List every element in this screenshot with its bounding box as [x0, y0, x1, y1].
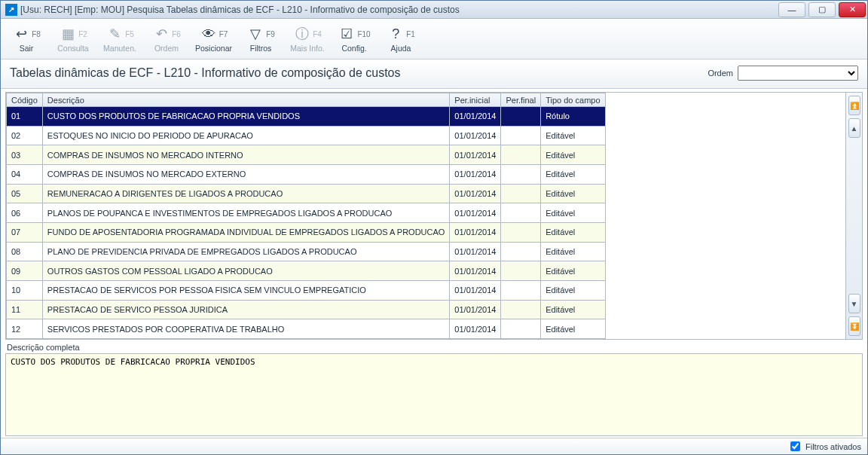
cell-per_inicial: 01/01/2014 [450, 261, 501, 281]
table-row[interactable]: 01CUSTO DOS PRODUTOS DE FABRICACAO PROPR… [7, 107, 606, 127]
scroll-bottom-icon[interactable]: ⏬ [848, 316, 860, 336]
column-header[interactable]: Per.final [501, 93, 541, 107]
cell-descricao: COMPRAS DE INSUMOS NO MERCADO INTERNO [42, 145, 450, 165]
table-row[interactable]: 09OUTROS GASTOS COM PESSOAL LIGADO A PRO… [7, 261, 606, 281]
cell-codigo: 07 [7, 222, 43, 242]
cell-tipo: Editável [541, 145, 605, 165]
toolbar-ajuda[interactable]: ?F1Ajuda [380, 21, 422, 57]
table-row[interactable]: 06PLANOS DE POUPANCA E INVESTIMENTOS DE … [7, 203, 606, 223]
table-row[interactable]: 11PRESTACAO DE SERVICO PESSOA JURIDICA01… [7, 300, 606, 319]
cell-per_inicial: 01/01/2014 [450, 242, 501, 261]
table-row[interactable]: 03COMPRAS DE INSUMOS NO MERCADO INTERNO0… [7, 145, 606, 165]
cell-per_final [501, 203, 541, 223]
toolbar-label: Filtros [250, 44, 272, 53]
cell-per_inicial: 01/01/2014 [450, 164, 501, 184]
toolbar-key: F8 [32, 30, 41, 38]
cell-descricao: REMUNERACAO A DIRIGENTES DE LIGADOS A PR… [42, 184, 450, 203]
toolbar-sair[interactable]: ↩F8Sair [5, 21, 47, 57]
maximize-button[interactable]: ▢ [808, 2, 836, 17]
grid-wrapper: CódigoDescriçãoPer.inicialPer.finalTipo … [5, 92, 863, 340]
cell-per_final [501, 242, 541, 261]
toolbar-key: F2 [78, 30, 87, 38]
filtros-label: Filtros ativados [805, 442, 861, 451]
toolbar-key: F4 [313, 30, 322, 38]
toolbar-manuten-: ✎F5Manuten. [99, 21, 141, 57]
toolbar: ↩F8Sair▦F2Consulta✎F5Manuten.↶F6Ordem👁F7… [1, 19, 867, 60]
cell-descricao: ESTOQUES NO INICIO DO PERIODO DE APURACA… [42, 126, 450, 145]
cell-tipo: Editável [541, 280, 605, 300]
cell-descricao: SERVICOS PRESTADOS POR COOPERATIVA DE TR… [42, 319, 450, 339]
cell-per_inicial: 01/01/2014 [450, 145, 501, 165]
cell-codigo: 02 [7, 126, 43, 145]
cell-per_final [501, 280, 541, 300]
description-label: Descrição completa [5, 343, 863, 352]
toolbar-filtros[interactable]: ▽F9Filtros [240, 21, 282, 57]
toolbar-label: Mais Info. [290, 44, 325, 53]
description-section: Descrição completa CUSTO DOS PRODUTOS DE… [5, 343, 863, 436]
cell-descricao: PLANO DE PREVIDENCIA PRIVADA DE EMPREGAD… [42, 242, 450, 261]
toolbar-label: Sair [20, 44, 34, 53]
table-row[interactable]: 05REMUNERACAO A DIRIGENTES DE LIGADOS A … [7, 184, 606, 203]
toolbar-consulta: ▦F2Consulta [52, 21, 94, 57]
toolbar-label: Config. [341, 44, 366, 53]
column-header[interactable]: Código [7, 93, 43, 107]
window-controls: — ▢ ✕ [777, 2, 867, 18]
cell-per_inicial: 01/01/2014 [450, 126, 501, 145]
page-header: Tabelas dinâmicas de ECF - L210 - Inform… [1, 60, 867, 89]
table-row[interactable]: 08PLANO DE PREVIDENCIA PRIVADA DE EMPREG… [7, 242, 606, 261]
table-row[interactable]: 04COMPRAS DE INSUMOS NO MERCADO EXTERNO0… [7, 164, 606, 184]
cell-per_inicial: 01/01/2014 [450, 319, 501, 339]
column-header[interactable]: Per.inicial [450, 93, 501, 107]
scroll-down-icon[interactable]: ▼ [848, 294, 860, 313]
cell-codigo: 06 [7, 203, 43, 223]
table-row[interactable]: 10PRESTACAO DE SERVICOS POR PESSOA FISIC… [7, 280, 606, 300]
cell-tipo: Editável [541, 126, 605, 145]
toolbar-label: Posicionar [195, 44, 232, 53]
toolbar-config-[interactable]: ☑F10Config. [333, 21, 375, 57]
cell-tipo: Rótulo [541, 107, 605, 127]
cell-per_final [501, 300, 541, 319]
cell-per_final [501, 126, 541, 145]
cell-codigo: 12 [7, 319, 43, 339]
cell-descricao: COMPRAS DE INSUMOS NO MERCADO EXTERNO [42, 164, 450, 184]
toolbar-icon: ? [387, 25, 405, 43]
scroll-up-icon[interactable]: ▲ [848, 118, 860, 138]
column-header[interactable]: Descrição [42, 93, 450, 107]
cell-codigo: 08 [7, 242, 43, 261]
toolbar-icon: 👁 [200, 25, 218, 43]
scroll-top-icon[interactable]: ⏫ [848, 96, 860, 115]
cell-codigo: 05 [7, 184, 43, 203]
close-button[interactable]: ✕ [839, 2, 866, 17]
cell-tipo: Editável [541, 203, 605, 223]
table-row[interactable]: 12SERVICOS PRESTADOS POR COOPERATIVA DE … [7, 319, 606, 339]
cell-per_inicial: 01/01/2014 [450, 184, 501, 203]
filtros-ativados-toggle[interactable]: Filtros ativados [787, 439, 861, 453]
table-row[interactable]: 02ESTOQUES NO INICIO DO PERIODO DE APURA… [7, 126, 606, 145]
column-header[interactable]: Tipo do campo [541, 93, 605, 107]
app-window: ↗ [Usu: RECH] [Emp: MOU] Pesquisa Tabela… [0, 0, 868, 455]
toolbar-posicionar[interactable]: 👁F7Posicionar [192, 21, 235, 57]
cell-descricao: PLANOS DE POUPANCA E INVESTIMENTOS DE EM… [42, 203, 450, 223]
cell-per_final [501, 184, 541, 203]
toolbar-icon: ↶ [152, 25, 170, 43]
filtros-checkbox[interactable] [790, 441, 800, 451]
cell-per_inicial: 01/01/2014 [450, 280, 501, 300]
cell-codigo: 11 [7, 300, 43, 319]
toolbar-key: F1 [406, 30, 415, 38]
minimize-button[interactable]: — [778, 2, 805, 17]
statusbar: Filtros ativados [1, 438, 867, 454]
cell-tipo: Editável [541, 319, 605, 339]
cell-per_inicial: 01/01/2014 [450, 300, 501, 319]
cell-codigo: 03 [7, 145, 43, 165]
cell-descricao: PRESTACAO DE SERVICO PESSOA JURIDICA [42, 300, 450, 319]
cell-codigo: 10 [7, 280, 43, 300]
cell-codigo: 09 [7, 261, 43, 281]
table-row[interactable]: 07FUNDO DE APOSENTADORIA PROGRAMADA INDI… [7, 222, 606, 242]
ordem-select[interactable] [738, 66, 858, 81]
app-icon: ↗ [5, 4, 17, 16]
grid-spacer [606, 93, 845, 339]
data-grid[interactable]: CódigoDescriçãoPer.inicialPer.finalTipo … [6, 93, 606, 339]
grid-scrollbar: ⏫ ▲ ▼ ⏬ [845, 93, 862, 339]
toolbar-label: Ordem [154, 44, 179, 53]
description-box: CUSTO DOS PRODUTOS DE FABRICACAO PROPRIA… [5, 353, 863, 436]
